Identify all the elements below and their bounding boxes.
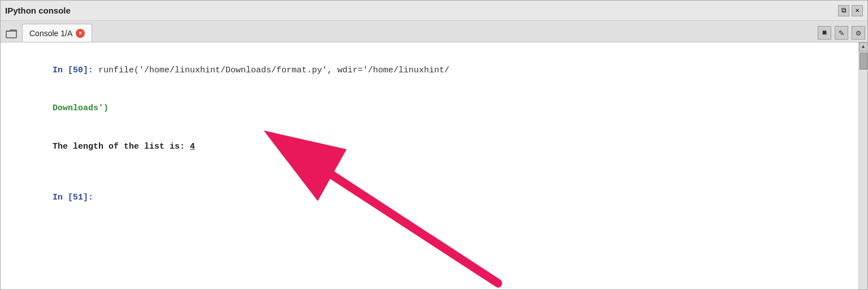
- title-bar-left: IPython console: [5, 6, 71, 15]
- tab-bar-actions: ■ ✎ ⚙: [818, 26, 865, 42]
- prompt-in-51: In [51]:: [53, 193, 93, 202]
- console-line-1: In [50]: runfile('/home/linuxhint/Downlo…: [12, 51, 847, 90]
- stop-button[interactable]: ■: [818, 26, 831, 40]
- scrollbar[interactable]: ▲: [858, 42, 867, 289]
- edit-button[interactable]: ✎: [835, 26, 848, 40]
- console-output-line: The length of the list is: 4: [12, 128, 847, 166]
- restore-button[interactable]: ⧉: [838, 5, 849, 16]
- tab-bar: Console 1/A × ■ ✎ ⚙: [1, 21, 867, 42]
- tab-label: Console 1/A: [29, 29, 72, 38]
- console-tab[interactable]: Console 1/A ×: [22, 24, 92, 42]
- folder-icon[interactable]: [3, 25, 20, 42]
- console-line-2: Downloads'): [12, 90, 847, 128]
- svg-rect-0: [6, 31, 16, 38]
- console-area: In [50]: runfile('/home/linuxhint/Downlo…: [1, 42, 867, 289]
- code-line-1: runfile('/home/linuxhint/Downloads/forma…: [93, 66, 449, 75]
- output-label: The length of the list is:: [53, 142, 190, 152]
- scroll-up-button[interactable]: ▲: [859, 42, 868, 51]
- title-bar-right: ⧉ ✕: [838, 5, 863, 16]
- code-line-2: Downloads'): [53, 103, 108, 113]
- console-line-4: In [51]:: [12, 179, 847, 217]
- output-value: 4: [190, 142, 195, 152]
- scroll-thumb[interactable]: [860, 53, 867, 70]
- console-content[interactable]: In [50]: runfile('/home/linuxhint/Downlo…: [1, 42, 858, 289]
- console-blank-line: [12, 166, 847, 179]
- settings-button[interactable]: ⚙: [852, 26, 865, 40]
- tab-close-button[interactable]: ×: [76, 29, 85, 38]
- title-bar: IPython console ⧉ ✕: [1, 1, 867, 21]
- close-button[interactable]: ✕: [852, 5, 863, 16]
- ipython-console-window: IPython console ⧉ ✕ Console 1/A × ■ ✎ ⚙: [0, 0, 868, 290]
- prompt-in-50: In [50]:: [53, 66, 93, 75]
- window-title: IPython console: [5, 6, 71, 15]
